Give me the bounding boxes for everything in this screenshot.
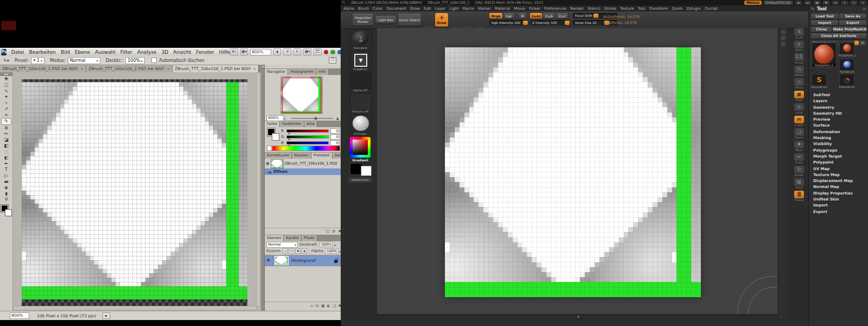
subpalette-preview[interactable]: Preview [809,117,868,123]
subpalette-layers[interactable]: Layers [809,98,868,104]
navigator-tab-histogramm[interactable]: Histogramm [288,69,316,75]
subpalette-texture-map[interactable]: Texture Map [809,172,868,178]
create-snapshot-icon[interactable]: ⊞ [332,229,335,234]
recent-tool-polysphere[interactable]: PolySphere_1 [839,42,854,54]
zoom-in-icon[interactable]: ▲ [336,116,339,121]
menu-bild[interactable]: Bild [61,49,70,55]
shelf-scroll[interactable]: ⇅Scroll [790,28,808,41]
saturation-value-square[interactable] [353,140,368,155]
subpalette-import[interactable]: Import [809,203,868,209]
lock-position-icon[interactable]: ✚ [295,248,301,254]
fill-value[interactable]: 100% [325,248,339,254]
zb-menu-stencil[interactable]: Stencil [588,7,601,11]
zbrush-document-canvas[interactable] [445,47,701,297]
mrgb-button[interactable]: Mrgb [489,13,502,18]
subpalette-displacement-map[interactable]: Displacement Map [809,178,868,184]
m-button[interactable]: M [519,13,526,18]
zb-menu-preferences[interactable]: Preferences [544,7,566,11]
active-tool-thumbnail[interactable]: PolySphere_1 [812,42,837,67]
eraser-tool[interactable]: ◪ [2,137,11,143]
tab-close-icon[interactable]: × [253,67,256,71]
subpalette-polypaint[interactable]: Polypaint [809,160,868,166]
current-texture-thumbnail[interactable] [350,93,372,110]
bridge-icon[interactable]: Br [230,48,238,55]
slider-nub[interactable] [565,21,570,25]
menu-bearbeiten[interactable]: Bearbeiten [29,49,56,55]
screen-mode-icon[interactable]: 🗖 [314,48,322,55]
vertical-scrollbar[interactable] [256,72,260,307]
pen-tool[interactable]: ✒ [2,161,11,167]
title-button[interactable]: ✱ [822,1,830,5]
arrange-documents-icon[interactable]: ▦▾ [303,48,311,55]
navigator-preview[interactable] [281,77,322,114]
subpalette-surface[interactable]: Surface [809,123,868,129]
restore-config-icon[interactable]: ⟳ [863,7,866,11]
secondary-color-swatch[interactable] [361,166,372,176]
blur-tool[interactable]: ◌ [2,149,11,155]
auto-erase-checkbox[interactable] [151,58,157,63]
zbrush-canvas[interactable] [377,28,777,314]
zb-menu-edit[interactable]: Edit [424,7,431,11]
shelf-transp[interactable]: ▒Transp [790,191,808,203]
menu-3d[interactable]: 3D [161,49,168,55]
zoom-tool-icon[interactable]: ⚲ [283,48,291,55]
collapse-arrow-icon[interactable]: ↖ [811,7,815,11]
menu-datei[interactable]: Datei [11,49,24,55]
shelf-actual[interactable]: 1:1Actual [790,53,808,66]
zoom-out-icon[interactable]: ▵ [284,116,286,121]
zb-menu-brush[interactable]: Brush [358,7,369,11]
layer-visibility-icon[interactable]: 👁 [265,255,273,266]
light-box-button[interactable]: Light Box [375,16,396,23]
shelf-aahalf[interactable]: ½AAHalf [790,66,808,78]
channel-value[interactable]: 0 [330,128,340,134]
opacity-field[interactable]: 100%▸ [125,57,145,64]
channel-slider[interactable] [286,129,329,133]
cs-live-icon[interactable] [324,50,329,54]
menu-ansicht[interactable]: Ansicht [173,49,191,55]
subpalette-normal-map[interactable]: Normal Map [809,184,868,190]
zb-menu-stroke[interactable]: Stroke [604,7,616,11]
recent-tool-eraserbrush[interactable]: ◔ EraserBrush [839,74,854,86]
shelf-rotate[interactable]: ↻Rotate [790,166,808,178]
zcut-button[interactable]: Zcut [556,13,568,18]
zadd-button[interactable]: Zadd [530,13,542,18]
slider-nub[interactable] [854,41,859,45]
zb-menu-layer[interactable]: Layer [435,7,446,11]
tab-close-icon[interactable]: × [167,67,170,71]
move-tool[interactable]: ✚ [2,76,11,82]
zsub-button[interactable]: Zsub [543,13,555,18]
dodge-tool[interactable]: ◐ [2,155,11,161]
subpalette-morph-target[interactable]: Morph Target [809,154,868,160]
marquee-tool[interactable]: ◻ [2,82,11,88]
subpalette-geometry-hd[interactable]: Geometry HD [809,111,868,117]
shelf-lsym[interactable]: ⋈L.Sym [790,116,808,128]
zb-menu-transform[interactable]: Transform [649,7,668,11]
canvas-bottom-scrollbar[interactable] [377,314,777,319]
zb-menu-zscript[interactable]: Zscript [705,7,718,11]
clone-button[interactable]: Clone [811,27,832,32]
healing-brush-tool[interactable]: + [2,112,11,118]
channel-slider[interactable] [286,141,329,145]
link-layers-icon[interactable]: ∞ [310,304,314,308]
import-button[interactable]: Import [811,20,838,26]
menu-hilfe[interactable]: Hilfe [219,49,230,55]
title-button[interactable]: ▸▸ [804,1,812,5]
lock-transparency-icon[interactable]: ▫ [283,248,288,254]
navigator-tab-info[interactable]: Info [316,69,328,75]
zoom-tool[interactable]: ⚲ [2,197,11,203]
shelf-local[interactable]: ◎Local [790,103,808,116]
zb-menu-tool[interactable]: Tool [638,7,646,11]
lasso-tool[interactable]: ∿ [2,88,11,94]
zb-menu-material[interactable]: Material [495,7,510,11]
quick-sketch-button[interactable]: Quick Sketch [398,14,421,26]
slider-nub[interactable] [523,21,528,25]
zb-menu-alpha[interactable]: Alpha [343,7,354,11]
shelf-move[interactable]: ✚Move [790,141,808,153]
crop-tool[interactable]: ⌗ [2,100,11,106]
document-canvas[interactable] [22,82,247,299]
recent-tool-alphabrush[interactable]: AlphaBrush [839,59,854,71]
layers-tab-kanäle[interactable]: Kanäle [284,235,302,241]
layer-row-background[interactable]: 👁 Hintergrund [265,255,341,266]
zb-menu-zoom[interactable]: Zoom [672,7,682,11]
history-brush-tool[interactable]: ✏ [2,131,11,137]
